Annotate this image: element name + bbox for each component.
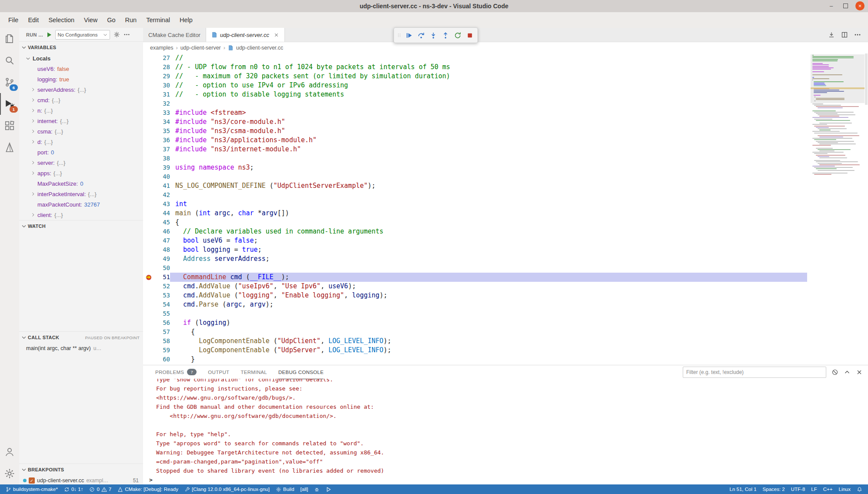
status-launch-target[interactable]	[323, 484, 334, 494]
variable-row[interactable]: internet:{...}	[19, 116, 143, 126]
debug-stop-button[interactable]	[464, 30, 475, 41]
maximize-panel-icon[interactable]	[844, 369, 851, 376]
variable-row[interactable]: useV6:false	[19, 63, 143, 74]
debug-step-out-button[interactable]	[440, 30, 451, 41]
watch-section-header[interactable]: WATCH	[19, 220, 143, 232]
gutter-glyph-margin[interactable]	[143, 53, 155, 63]
breadcrumb-item[interactable]: examples	[150, 45, 174, 51]
gutter-glyph-margin[interactable]	[143, 327, 155, 337]
toolbar-drag-handle[interactable]	[396, 31, 402, 40]
status-cmake-status[interactable]: CMake: [Debug]: Ready	[114, 484, 181, 494]
code-line[interactable]: 27//	[143, 53, 807, 63]
debug-continue-button[interactable]	[403, 30, 414, 41]
panel-tab-output[interactable]: OUTPUT	[208, 365, 229, 379]
activity-run-and-debug[interactable]: 1	[0, 93, 19, 115]
locals-scope-row[interactable]: Locals	[19, 53, 143, 63]
gutter-glyph-margin[interactable]	[143, 227, 155, 236]
minimap-slider[interactable]	[811, 54, 865, 103]
gutter-glyph-margin[interactable]	[143, 127, 155, 136]
gutter-glyph-margin[interactable]	[143, 254, 155, 264]
gutter-glyph-margin[interactable]	[143, 172, 155, 181]
gutter-glyph-margin[interactable]	[143, 209, 155, 218]
code-line[interactable]: 32	[143, 99, 807, 108]
close-panel-icon[interactable]	[856, 369, 863, 376]
gutter-glyph-margin[interactable]	[143, 163, 155, 172]
code-line[interactable]: 59 LogComponentEnable ("UdpServer", LOG_…	[143, 346, 807, 355]
code-line[interactable]: 33#include <fstream>	[143, 108, 807, 117]
code-line[interactable]: 31// - option to disable logging stateme…	[143, 90, 807, 99]
maximize-button[interactable]	[841, 1, 850, 10]
activity-manage[interactable]	[0, 463, 19, 484]
menu-edit[interactable]: Edit	[23, 17, 43, 23]
clear-console-icon[interactable]	[831, 369, 838, 376]
gutter-glyph-margin[interactable]	[143, 364, 155, 365]
tab-close-icon[interactable]	[274, 32, 279, 38]
code-line[interactable]: 47 bool useV6 = false;	[143, 236, 807, 245]
gutter-glyph-margin[interactable]	[143, 108, 155, 117]
debug-console[interactable]: Type "show configuration" for configurat…	[143, 379, 868, 484]
panel-tab-problems[interactable]: PROBLEMS7	[155, 365, 197, 379]
code-line[interactable]: 55	[143, 309, 807, 318]
variable-row[interactable]: interPacketInterval:{...}	[19, 189, 143, 199]
start-debugging-button[interactable]	[46, 31, 53, 38]
activity-explorer[interactable]	[0, 28, 19, 50]
more-actions-icon[interactable]	[854, 31, 861, 38]
gutter-glyph-margin[interactable]	[143, 318, 155, 327]
open-changes-icon[interactable]	[828, 31, 835, 38]
debug-more-actions[interactable]	[124, 31, 130, 38]
code-line[interactable]: 52 cmd.AddValue ("useIpv6", "Use Ipv6", …	[143, 282, 807, 291]
gutter-glyph-margin[interactable]	[143, 190, 155, 200]
variable-row[interactable]: server:{...}	[19, 157, 143, 168]
menu-go[interactable]: Go	[102, 17, 120, 23]
code-line[interactable]: 36#include "ns3/applications-module.h"	[143, 136, 807, 145]
breakpoints-section-header[interactable]: BREAKPOINTS	[19, 464, 143, 475]
gutter-glyph-margin[interactable]	[143, 300, 155, 309]
variable-row[interactable]: MaxPacketSize:0	[19, 178, 143, 189]
editor-scrollbar[interactable]	[865, 53, 868, 365]
code-line[interactable]: 41NS_LOG_COMPONENT_DEFINE ("UdpClientSer…	[143, 181, 807, 190]
code-line[interactable]: 61	[143, 364, 807, 365]
debug-restart-button[interactable]	[452, 30, 463, 41]
console-input-row[interactable]: >	[143, 475, 868, 484]
variable-row[interactable]: apps:{...}	[19, 168, 143, 178]
gutter-glyph-margin[interactable]	[143, 346, 155, 355]
debug-step-over-button[interactable]	[415, 30, 427, 41]
debug-configuration-dropdown[interactable]: No Configurations	[55, 30, 110, 40]
gutter-glyph-margin[interactable]	[143, 63, 155, 72]
breakpoint-checkbox[interactable]: ✓	[29, 477, 35, 484]
menu-run[interactable]: Run	[120, 17, 142, 23]
status-debug-target[interactable]	[311, 484, 323, 494]
close-button[interactable]: ×	[855, 1, 865, 10]
activity-search[interactable]	[0, 50, 19, 71]
code-line[interactable]: 37#include "ns3/internet-module.h"	[143, 145, 807, 154]
code-line[interactable]: 39using namespace ns3;	[143, 163, 807, 172]
variable-row[interactable]: maxPacketCount:32767	[19, 199, 143, 210]
code-line[interactable]: 58 LogComponentEnable ("UdpClient", LOG_…	[143, 337, 807, 346]
gutter-glyph-margin[interactable]	[143, 355, 155, 364]
variable-row[interactable]: serverAddress:{...}	[19, 84, 143, 95]
code-line[interactable]: 42	[143, 190, 807, 200]
code-line[interactable]: 57 {	[143, 327, 807, 337]
code-line[interactable]: 30// - option to use IPv4 or IPv6 addres…	[143, 81, 807, 90]
gutter-glyph-margin[interactable]	[143, 200, 155, 209]
code-line[interactable]: 34#include "ns3/core-module.h"	[143, 117, 807, 127]
gutter-glyph-margin[interactable]	[143, 72, 155, 81]
code-line[interactable]: 44main (int argc, char *argv[])	[143, 209, 807, 218]
status-eol[interactable]: LF	[808, 484, 820, 494]
variables-section-header[interactable]: VARIABLES	[19, 41, 143, 53]
code-line[interactable]: 49 Address serverAddress;	[143, 254, 807, 264]
status-notifications[interactable]	[854, 484, 865, 494]
code-line[interactable]: 53 cmd.AddValue ("logging", "Enable logg…	[143, 291, 807, 300]
gutter-glyph-margin[interactable]	[143, 236, 155, 245]
status-build[interactable]: Build	[273, 484, 297, 494]
gutter-glyph-margin[interactable]	[143, 99, 155, 108]
status-indentation[interactable]: Spaces: 2	[760, 484, 788, 494]
call-stack-section-header[interactable]: CALL STACK PAUSED ON BREAKPOINT	[19, 331, 143, 343]
menu-help[interactable]: Help	[175, 17, 197, 23]
variable-row[interactable]: cmd:{...}	[19, 95, 143, 105]
code-line[interactable]: 48 bool logging = true;	[143, 245, 807, 254]
code-line[interactable]: 43int	[143, 200, 807, 209]
code-line[interactable]: 54 cmd.Parse (argc, argv);	[143, 300, 807, 309]
menu-terminal[interactable]: Terminal	[141, 17, 175, 23]
code-line[interactable]: 40	[143, 172, 807, 181]
